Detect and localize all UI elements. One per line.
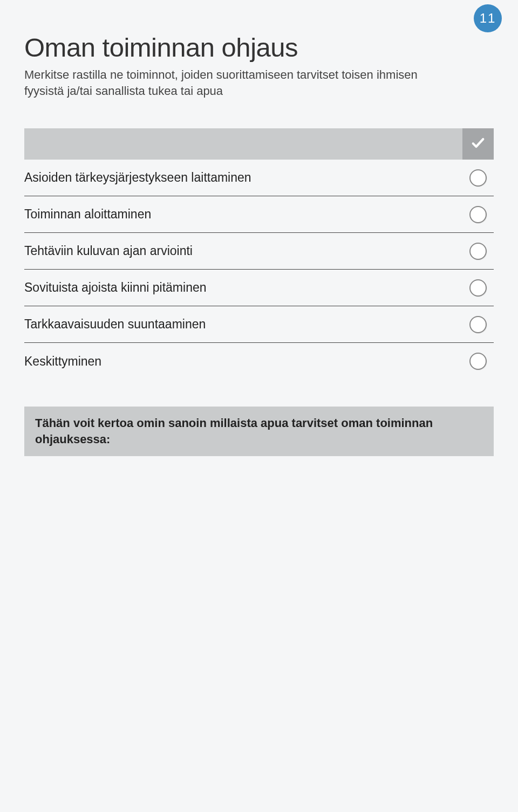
notes-header-text: Tähän voit kertoa omin sanoin millaista …	[35, 415, 483, 447]
item-label: Tehtäviin kuluvan ajan arviointi	[24, 234, 462, 268]
list-item: Sovituista ajoista kiinni pitäminen	[24, 270, 494, 306]
checklist-header-check-col	[462, 128, 494, 160]
list-item: Keskittyminen	[24, 343, 494, 380]
item-label: Toiminnan aloittaminen	[24, 197, 462, 231]
item-check-col	[462, 279, 494, 297]
checklist-header-label-col	[24, 128, 462, 160]
item-label: Tarkkaavaisuuden suuntaaminen	[24, 307, 462, 341]
item-label: Keskittyminen	[24, 345, 462, 379]
list-item: Asioiden tärkeysjärjestykseen laittamine…	[24, 160, 494, 196]
checkbox-circle[interactable]	[469, 316, 487, 333]
list-item: Tarkkaavaisuuden suuntaaminen	[24, 306, 494, 343]
page-intro: Merkitse rastilla ne toiminnot, joiden s…	[24, 67, 456, 99]
item-label: Asioiden tärkeysjärjestykseen laittamine…	[24, 161, 462, 195]
item-label: Sovituista ajoista kiinni pitäminen	[24, 271, 462, 305]
item-check-col	[462, 169, 494, 187]
item-check-col	[462, 316, 494, 333]
checkbox-circle[interactable]	[469, 206, 487, 223]
checkbox-circle[interactable]	[469, 169, 487, 187]
checkbox-circle[interactable]	[469, 279, 487, 297]
checkmark-icon	[471, 135, 486, 153]
notes-header: Tähän voit kertoa omin sanoin millaista …	[24, 407, 494, 456]
checkbox-circle[interactable]	[469, 353, 487, 370]
item-check-col	[462, 206, 494, 223]
page-number-badge: 11	[474, 4, 502, 32]
list-item: Tehtäviin kuluvan ajan arviointi	[24, 233, 494, 270]
item-check-col	[462, 353, 494, 370]
checklist: Asioiden tärkeysjärjestykseen laittamine…	[24, 160, 494, 380]
list-item: Toiminnan aloittaminen	[24, 196, 494, 233]
checkbox-circle[interactable]	[469, 243, 487, 260]
page-title: Oman toiminnan ohjaus	[24, 32, 494, 63]
item-check-col	[462, 243, 494, 260]
page-number: 11	[480, 11, 496, 26]
content-area: Oman toiminnan ohjaus Merkitse rastilla …	[0, 0, 518, 456]
checklist-header	[24, 128, 494, 160]
